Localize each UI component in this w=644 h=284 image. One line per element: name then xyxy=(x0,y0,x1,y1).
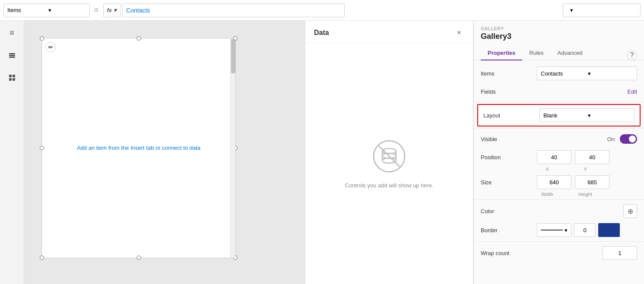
wrap-count-control xyxy=(537,246,637,260)
items-dropdown-arrow: ▾ xyxy=(588,70,633,77)
size-width-input[interactable] xyxy=(537,175,571,189)
svg-rect-6 xyxy=(13,78,15,81)
visible-row: Visible On xyxy=(474,130,644,148)
main-area: ≡ xyxy=(0,21,644,284)
items-row: Items Contacts ▾ xyxy=(474,64,644,83)
position-axis-labels: X Y xyxy=(474,167,644,173)
gallery-placeholder: Add an item from the Insert tab or conne… xyxy=(74,144,203,152)
visible-prop-label: Visible xyxy=(481,136,537,142)
fx-label: fx xyxy=(107,7,112,13)
handle-mid-left[interactable] xyxy=(40,146,44,150)
fields-row: Fields Edit xyxy=(474,83,644,100)
canvas-area: ✏ Add an item from the Insert tab or con… xyxy=(24,21,305,284)
handle-top-left[interactable] xyxy=(40,36,44,41)
props-tabs: Properties Rules Advanced xyxy=(474,46,644,60)
layout-value-dropdown[interactable]: Blank ▾ xyxy=(539,108,634,122)
gallery-widget[interactable]: ✏ Add an item from the Insert tab or con… xyxy=(41,38,236,258)
right-dropdown[interactable]: ▾ xyxy=(563,3,641,17)
border-prop-control: ▾ xyxy=(537,223,637,237)
sidebar-menu-icon[interactable]: ≡ xyxy=(5,26,19,40)
position-prop-control xyxy=(537,150,637,164)
svg-rect-1 xyxy=(9,55,15,56)
handle-bot-left[interactable] xyxy=(40,256,44,260)
formula-input[interactable] xyxy=(122,3,345,17)
fields-edit-link[interactable]: Edit xyxy=(628,88,637,95)
layout-row: Layout Blank ▾ xyxy=(477,104,641,126)
tab-rules[interactable]: Rules xyxy=(522,46,550,60)
top-bar: Items ▾ = fx ▾ ▾ xyxy=(0,0,644,21)
divider-4 xyxy=(474,241,644,242)
items-prop-label: Items xyxy=(481,70,537,77)
handle-bot-mid[interactable] xyxy=(136,256,141,260)
gallery-scrollbar[interactable] xyxy=(230,38,235,258)
size-row: Size xyxy=(474,173,644,192)
svg-rect-4 xyxy=(13,75,15,77)
items-dropdown[interactable]: Items ▾ xyxy=(3,3,90,17)
visible-toggle[interactable] xyxy=(620,134,637,144)
color-swatch[interactable]: ⊕ xyxy=(623,204,637,218)
equals-separator: = xyxy=(92,6,102,15)
items-value-dropdown[interactable]: Contacts ▾ xyxy=(537,66,637,80)
properties-panel: GALLERY Gallery3 ? Properties Rules Adva… xyxy=(473,21,644,284)
fx-chevron: ▾ xyxy=(114,7,117,13)
fields-prop-control: Edit xyxy=(537,88,637,95)
position-y-input[interactable] xyxy=(575,150,609,164)
color-prop-label: Color xyxy=(481,208,537,215)
data-panel-header: Data × xyxy=(305,21,473,44)
border-color-swatch[interactable] xyxy=(598,223,620,237)
sidebar-components-icon[interactable] xyxy=(5,71,19,85)
wrap-count-input[interactable] xyxy=(603,246,637,260)
props-gallery-name: Gallery3 xyxy=(481,32,637,41)
layout-dropdown-arrow: ▾ xyxy=(588,112,631,119)
height-label: Height xyxy=(568,192,603,197)
svg-rect-3 xyxy=(9,75,12,77)
border-prop-label: Border xyxy=(481,227,537,234)
size-inputs xyxy=(537,175,637,189)
color-dropper-icon: ⊕ xyxy=(628,207,633,215)
visible-on-label: On xyxy=(607,136,615,142)
position-x-input[interactable] xyxy=(537,150,571,164)
size-dimension-labels: Width Height xyxy=(474,192,644,198)
tab-advanced[interactable]: Advanced xyxy=(551,46,590,60)
y-axis-label: Y xyxy=(568,167,603,172)
data-panel-close-button[interactable]: × xyxy=(454,28,464,38)
fields-prop-label: Fields xyxy=(481,88,537,95)
left-sidebar: ≡ xyxy=(0,21,24,284)
position-prop-label: Position xyxy=(481,154,537,161)
border-width-input[interactable] xyxy=(574,223,596,237)
border-row: Border ▾ xyxy=(474,221,644,240)
color-row: Color ⊕ xyxy=(474,202,644,221)
size-prop-control xyxy=(537,175,637,189)
visible-prop-control: On xyxy=(537,134,637,144)
help-button[interactable]: ? xyxy=(627,50,637,60)
divider-1 xyxy=(474,102,644,102)
wrap-count-row: Wrap count xyxy=(474,243,644,262)
size-prop-label: Size xyxy=(481,179,537,186)
database-icon xyxy=(372,139,406,174)
layout-prop-control: Blank ▾ xyxy=(539,108,634,122)
edit-icon[interactable]: ✏ xyxy=(45,42,56,52)
data-panel-message: Controls you add will show up here. xyxy=(345,182,433,189)
svg-rect-5 xyxy=(9,78,12,81)
items-dropdown-chevron: ▾ xyxy=(48,7,86,13)
handle-top-mid[interactable] xyxy=(136,36,141,41)
props-body: Items Contacts ▾ Fields Edit xyxy=(474,60,644,266)
svg-rect-2 xyxy=(9,57,15,58)
position-row: Position xyxy=(474,148,644,167)
border-line xyxy=(541,230,563,230)
size-height-input[interactable] xyxy=(575,175,609,189)
x-axis-label: X xyxy=(530,167,565,172)
position-inputs xyxy=(537,150,637,164)
divider-3 xyxy=(474,199,644,200)
fx-button[interactable]: fx ▾ xyxy=(103,3,121,17)
svg-rect-0 xyxy=(9,53,15,54)
divider-2 xyxy=(474,128,644,129)
tab-properties[interactable]: Properties xyxy=(481,46,522,60)
data-panel: Data × Controls you add will show up her… xyxy=(305,21,473,284)
color-prop-control: ⊕ xyxy=(537,204,637,218)
sidebar-layers-icon[interactable] xyxy=(5,48,19,62)
right-dropdown-chevron: ▾ xyxy=(570,7,573,13)
wrap-count-label: Wrap count xyxy=(481,250,537,256)
border-style-dropdown[interactable]: ▾ xyxy=(537,223,571,237)
border-dropdown-arrow: ▾ xyxy=(565,227,568,234)
